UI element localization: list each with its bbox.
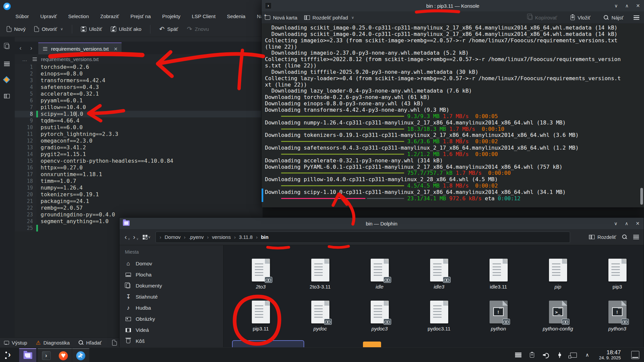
document-status-icon[interactable] xyxy=(112,340,117,346)
editor-line-8[interactable]: 8scipy==1.10.0 xyxy=(15,111,263,117)
editor-line-11[interactable]: 11pytorch_lightning==2.3.3 xyxy=(15,131,263,138)
git-tool-icon[interactable] xyxy=(3,76,10,83)
breadcrumb[interactable]: ›Domov›.pyenv›versions›3.11.8›bin xyxy=(155,231,570,243)
file-item-idle3[interactable]: idle3 xyxy=(409,259,469,290)
editor-line-23[interactable]: 23groundingdino-py==0.4.0 xyxy=(15,211,263,218)
file-item-python[interactable]: !python xyxy=(469,301,528,331)
editor-line-22[interactable]: 22rembg==2.0.57 xyxy=(15,205,263,211)
terminal-scrollbar[interactable] xyxy=(640,24,643,205)
paste-button[interactable]: Vložiť xyxy=(567,15,594,20)
tray-expander-icon[interactable]: ∧ xyxy=(584,352,591,358)
documents-tool-icon[interactable] xyxy=(5,44,9,49)
task-brave[interactable] xyxy=(55,348,72,362)
dolphin-titlebar[interactable]: bin — Dolphin ∨ ∧ ✕ xyxy=(120,218,644,229)
partial-selected-item[interactable] xyxy=(232,340,304,347)
firewall-tray-icon[interactable] xyxy=(515,353,522,357)
editor-line-14[interactable]: 14pygit2==1.15.1 xyxy=(15,151,263,158)
hamburger-menu-icon[interactable] xyxy=(633,235,639,239)
menu-lsp-client[interactable]: LSP Client xyxy=(192,13,216,19)
place-item-trash[interactable]: Kôš xyxy=(125,335,223,347)
editor-line-10[interactable]: 10psutil==6.0.0 xyxy=(15,124,263,131)
menu-zobrazi-[interactable]: Zobraziť xyxy=(100,13,119,19)
task-dolphin[interactable] xyxy=(19,348,36,362)
file-view[interactable]: 2to32to3-3.11idleidle3idle3.11pippip3pip… xyxy=(224,245,644,347)
breadcrumb-item-bin[interactable]: bin xyxy=(261,234,269,240)
editor-line-13[interactable]: 13gradio==3.41.2 xyxy=(15,144,263,151)
output-pane-button[interactable]: Výstup xyxy=(4,340,27,346)
file-item-pip3[interactable]: pip3 xyxy=(588,259,644,290)
minimize-button[interactable]: ∨ xyxy=(614,221,617,226)
copy-button[interactable]: Kopírovať xyxy=(524,15,561,20)
volume-tray-icon[interactable] xyxy=(543,352,549,358)
terminal-output[interactable]: Downloading scikit_image-0.25.0-cp311-cp… xyxy=(265,25,621,202)
breadcrumb-item--pyenv[interactable]: .pyenv xyxy=(189,234,203,240)
maximize-button[interactable]: ∧ xyxy=(625,221,628,226)
save-as-button[interactable]: Uložiť ako xyxy=(107,23,145,35)
view-mode-icon[interactable] xyxy=(143,235,147,240)
search-pane-button[interactable]: Hľadať xyxy=(79,340,102,346)
file-item-pip3.11[interactable]: pip3.11 xyxy=(231,301,290,331)
app-launcher-button[interactable]: › xyxy=(4,350,17,360)
file-item-pydoc[interactable]: pydoc xyxy=(290,301,350,331)
close-button[interactable]: ✕ xyxy=(636,3,640,8)
display-tray-icon[interactable] xyxy=(570,353,577,358)
editor-line-3[interactable]: 3transformers==4.42.4 xyxy=(15,77,263,84)
new-tab-button[interactable]: Nová karta xyxy=(262,15,301,20)
editor-line-21[interactable]: 21packaging==24.1 xyxy=(15,198,263,205)
split-view-button[interactable]: Rozdeliť pohľad ∨ xyxy=(301,15,358,20)
editor-line-16[interactable]: 16httpx==0.27.0 xyxy=(15,164,263,171)
place-item-vid[interactable]: Videá xyxy=(125,324,223,335)
new-file-button[interactable]: Nový xyxy=(3,23,29,35)
scrollbar-thumb[interactable] xyxy=(640,188,643,205)
place-item-img[interactable]: Obrázky xyxy=(125,313,223,324)
close-button[interactable]: ✕ xyxy=(636,221,640,226)
file-item-pydoc3[interactable]: pydoc3 xyxy=(350,301,409,331)
search-icon[interactable] xyxy=(622,235,627,240)
menu-prejs-na[interactable]: Prejsť na xyxy=(130,13,151,19)
tab-close-icon[interactable]: ✕ xyxy=(114,46,118,52)
editor-line-20[interactable]: 20tokenizers==0.19.1 xyxy=(15,191,263,198)
file-item-pydoc3.11[interactable]: pydoc3.11 xyxy=(409,301,469,331)
tab-scroll-left-icon[interactable]: ‹ xyxy=(19,45,21,52)
place-item-home[interactable]: ⌂Domov xyxy=(125,258,223,269)
hamburger-menu-icon[interactable] xyxy=(634,15,639,20)
find-button[interactable]: Nájsť xyxy=(600,15,627,20)
split-tool-icon[interactable] xyxy=(4,94,10,98)
redo-button[interactable]: ↷ Znovu xyxy=(183,23,212,35)
editor-line-19[interactable]: 19numpy==1.26.4 xyxy=(15,185,263,191)
editor-line-17[interactable]: 17onnxruntime==1.18.1 xyxy=(15,171,263,178)
document-breadcrumb[interactable]: requirements_versions.txt xyxy=(41,56,99,62)
editor-line-4[interactable]: 4safetensors==0.4.3 xyxy=(15,84,263,91)
file-item-2to3-3.11[interactable]: 2to3-3.11 xyxy=(290,259,350,290)
open-dropdown-icon[interactable]: ∨ xyxy=(60,27,63,31)
editor-line-6[interactable]: 6pyyaml==6.0.1 xyxy=(15,97,263,104)
file-item-2to3[interactable]: 2to3 xyxy=(231,259,290,290)
file-item-python-config[interactable]: >_python-config xyxy=(528,301,588,331)
editor-line-7[interactable]: 7pillow==10.4.0 xyxy=(15,104,263,111)
clock[interactable]: 18:47 24. 9. 2025 xyxy=(599,350,621,361)
file-item-python3[interactable]: !python3 xyxy=(588,301,644,331)
file-item-pip[interactable]: pip xyxy=(528,259,588,290)
editor-line-12[interactable]: 12omegaconf==2.3.0 xyxy=(15,138,263,144)
editor-line-1[interactable]: 1torchsde==0.2.6 xyxy=(15,64,263,70)
konsole-titlebar[interactable]: › bin : pip3.11 — Konsole ∨ ∧ ✕ xyxy=(262,0,644,11)
filelist-tool-icon[interactable] xyxy=(4,62,10,66)
back-dropdown-icon[interactable]: ∨ xyxy=(128,237,130,241)
menu-projekty[interactable]: Projekty xyxy=(162,13,180,19)
forward-dropdown-icon[interactable]: ∨ xyxy=(136,237,139,241)
editor-line-18[interactable]: 18timm==1.0.7 xyxy=(15,178,263,185)
maximize-button[interactable]: ∧ xyxy=(625,3,629,8)
file-item-idle3.11[interactable]: idle3.11 xyxy=(469,259,528,290)
open-file-button[interactable]: Otvoriť ∨ xyxy=(31,23,66,35)
breadcrumb-item-Domov[interactable]: Domov xyxy=(165,234,181,240)
tab-scroll-right-icon[interactable]: › xyxy=(30,45,32,52)
editor-line-5[interactable]: 5accelerate==0.32.1 xyxy=(15,91,263,97)
place-item-download[interactable]: ↧Stiahnuté xyxy=(125,291,223,302)
split-button[interactable]: Rozdeliť xyxy=(589,234,616,240)
undo-button[interactable]: ↶ Späť xyxy=(156,23,181,35)
clipboard-tray-icon[interactable] xyxy=(529,353,536,358)
breadcrumb-item-3-11-8[interactable]: 3.11.8 xyxy=(239,234,253,240)
save-button[interactable]: Uložiť xyxy=(78,23,105,35)
place-item-music[interactable]: ♪Hudba xyxy=(125,302,223,313)
editor-line-9[interactable]: 9tqdm==4.66.4 xyxy=(15,117,263,124)
